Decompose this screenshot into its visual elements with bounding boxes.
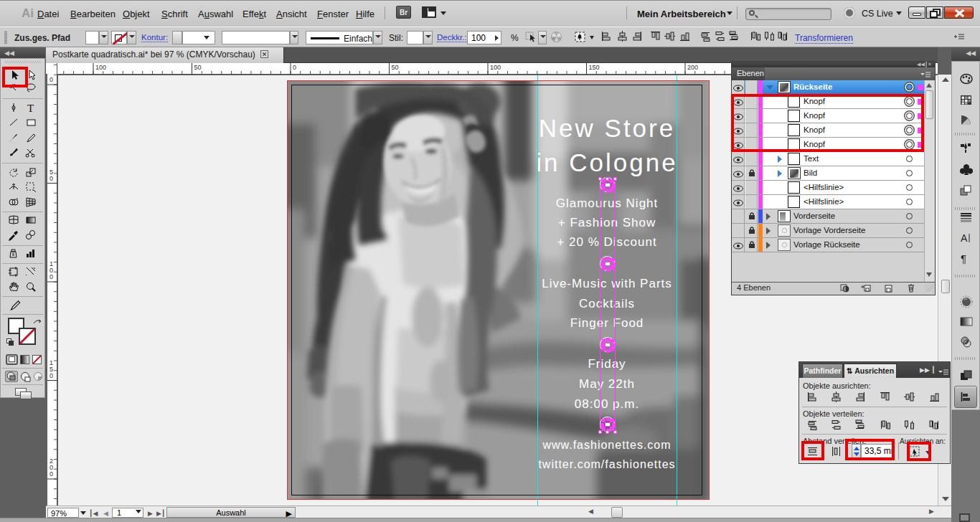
svg-text:0: 0 xyxy=(50,470,53,478)
svg-text:0: 0 xyxy=(293,64,296,71)
svg-text:¶: ¶ xyxy=(961,252,966,265)
svg-text:150: 150 xyxy=(589,64,600,71)
svg-text:50: 50 xyxy=(392,64,399,71)
svg-text:0: 0 xyxy=(50,175,53,182)
svg-text:0: 0 xyxy=(50,76,53,83)
svg-text:A: A xyxy=(961,232,968,244)
svg-text:T: T xyxy=(27,103,34,114)
svg-text:100: 100 xyxy=(95,64,106,71)
svg-text:50: 50 xyxy=(194,64,202,71)
svg-text:200: 200 xyxy=(687,64,698,71)
svg-text:0: 0 xyxy=(50,372,53,379)
svg-text:0: 0 xyxy=(50,273,53,280)
svg-text:100: 100 xyxy=(490,64,501,71)
